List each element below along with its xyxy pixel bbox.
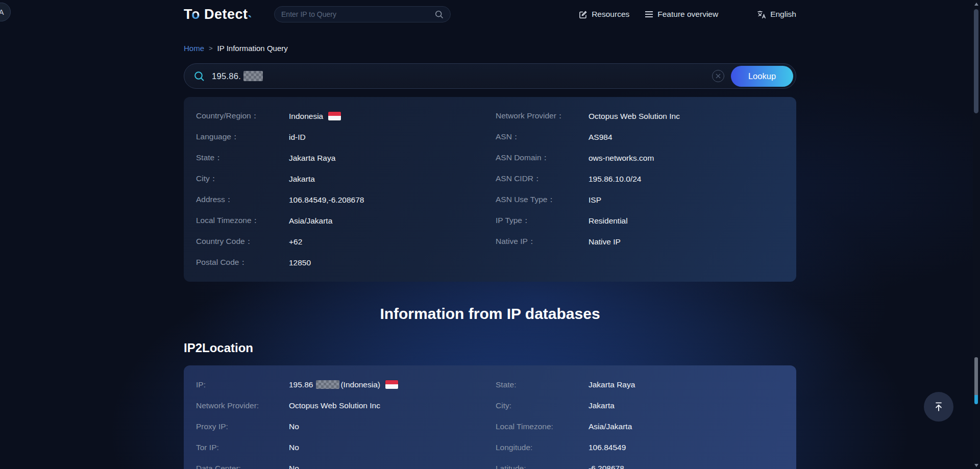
- row-label: Longitude:: [496, 443, 589, 452]
- row-value: -6.208678: [589, 464, 624, 469]
- row-value-text: Asia/Jakarta: [589, 422, 632, 431]
- info-row: Tor IP:No: [196, 437, 484, 458]
- row-label: State：: [196, 153, 289, 163]
- info-row: Longitude:106.84549: [496, 437, 784, 458]
- row-label: Country Code：: [196, 236, 289, 247]
- side-indicator-track: [974, 357, 978, 395]
- row-value-text: Octopus Web Solution Inc: [589, 112, 680, 121]
- row-value-text: No: [289, 443, 299, 452]
- header-search-input[interactable]: Enter IP to Query: [274, 6, 451, 22]
- info-row: Local Timezone:Asia/Jakarta: [496, 416, 784, 437]
- row-value: Jakarta Raya: [589, 380, 635, 389]
- info-row: Latitude:-6.208678: [496, 458, 784, 469]
- ip-search-bar[interactable]: 195.86. Lookup: [184, 63, 796, 89]
- nav-language[interactable]: English: [757, 10, 796, 19]
- row-label: Postal Code：: [196, 257, 289, 268]
- row-value: Octopus Web Solution Inc: [289, 401, 380, 410]
- search-icon: [194, 71, 205, 82]
- indonesia-flag: [328, 112, 341, 120]
- row-value: Jakarta: [289, 175, 315, 184]
- row-value: Asia/Jakarta: [289, 216, 332, 226]
- info-row: City：Jakarta: [196, 168, 484, 189]
- database-title: IP2Location: [184, 341, 796, 355]
- row-label: Tor IP:: [196, 443, 289, 452]
- row-label: Network Provider:: [196, 401, 289, 410]
- info-row: ASN Use Type：ISP: [496, 189, 784, 210]
- info-row: Native IP：Native IP: [496, 231, 784, 252]
- row-label: ASN：: [496, 132, 589, 142]
- breadcrumb-current: IP Information Query: [217, 44, 288, 53]
- info-row: IP:195.86(Indonesia): [196, 374, 484, 395]
- info-row: ASN Domain：ows-networks.com: [496, 147, 784, 168]
- ip2location-right-column: State:Jakarta RayaCity:JakartaLocal Time…: [496, 374, 784, 469]
- info-row: Language：id-ID: [196, 127, 484, 147]
- breadcrumb-home-link[interactable]: Home: [184, 44, 204, 53]
- nav-resources[interactable]: Resources: [579, 10, 629, 19]
- row-label: Native IP：: [496, 236, 589, 247]
- ip2location-card: IP:195.86(Indonesia)Network Provider:Oct…: [184, 365, 796, 469]
- info-row: City:Jakarta: [496, 395, 784, 416]
- row-value: ows-networks.com: [589, 154, 654, 163]
- redacted-ip-segment: [316, 380, 339, 389]
- info-row: ASN CIDR：195.86.10.0/24: [496, 168, 784, 189]
- info-row: Postal Code：12850: [196, 252, 484, 273]
- row-value: Asia/Jakarta: [589, 422, 632, 431]
- row-value: No: [289, 443, 299, 452]
- header-nav: Resources Feature overview English: [579, 10, 796, 19]
- row-label: Local Timezone：: [196, 215, 289, 226]
- row-value-text: Indonesia: [289, 112, 323, 121]
- ip-summary-card: Country/Region：IndonesiaLanguage：id-IDSt…: [184, 97, 796, 282]
- row-value: Octopus Web Solution Inc: [589, 112, 680, 121]
- info-row: Address：106.84549,-6.208678: [196, 189, 484, 210]
- row-value-text: Octopus Web Solution Inc: [289, 401, 380, 410]
- row-label: Data Center:: [196, 464, 289, 469]
- side-indicator-marker: [974, 395, 978, 404]
- logo-accent: ˴: [248, 7, 253, 22]
- row-value-text: Residential: [589, 216, 628, 226]
- row-label: State:: [496, 380, 589, 389]
- info-row: State:Jakarta Raya: [496, 374, 784, 395]
- nav-language-label: English: [770, 10, 796, 19]
- ip-query-value[interactable]: 195.86.: [212, 71, 263, 81]
- row-value-text: No: [289, 422, 299, 431]
- site-header: To Detect˴ Enter IP to Query Resources F…: [0, 0, 980, 29]
- search-icon: [435, 10, 444, 19]
- nav-feature-overview[interactable]: Feature overview: [645, 10, 718, 19]
- row-label: Latitude:: [496, 464, 589, 469]
- translate-icon: [757, 10, 766, 19]
- row-value: ISP: [589, 195, 601, 205]
- row-value-text: -6.208678: [589, 464, 624, 469]
- logo[interactable]: To Detect˴: [184, 7, 253, 22]
- row-value: 106.84549,-6.208678: [289, 195, 364, 205]
- scrollbar-up-arrow[interactable]: [974, 3, 978, 6]
- row-value: Native IP: [589, 237, 621, 246]
- row-value: No: [289, 422, 299, 431]
- row-value-text: Asia/Jakarta: [289, 216, 332, 226]
- ip2location-left-column: IP:195.86(Indonesia)Network Provider:Oct…: [196, 374, 484, 469]
- resources-icon: [579, 10, 587, 19]
- clear-input-button[interactable]: [712, 70, 724, 82]
- row-value-text: Jakarta Raya: [289, 154, 335, 163]
- row-label: Country/Region：: [196, 111, 289, 121]
- row-value-text: Jakarta: [289, 175, 315, 184]
- row-value: No: [289, 464, 299, 469]
- row-value-text: Native IP: [589, 237, 621, 246]
- row-value-text: 12850: [289, 258, 311, 267]
- scrollbar-thumb[interactable]: [974, 9, 978, 113]
- row-label: Address：: [196, 194, 289, 205]
- breadcrumb-separator: >: [209, 44, 213, 52]
- row-value-text: (Indonesia): [340, 380, 380, 389]
- breadcrumb: Home > IP Information Query: [184, 44, 796, 53]
- info-row: Network Provider:Octopus Web Solution In…: [196, 395, 484, 416]
- row-value: Jakarta Raya: [289, 154, 335, 163]
- row-value-text: 106.84549,-6.208678: [289, 195, 364, 205]
- row-label: ASN Domain：: [496, 153, 589, 163]
- scroll-to-top-button[interactable]: [924, 392, 953, 422]
- row-label: IP Type：: [496, 215, 589, 226]
- lookup-button[interactable]: Lookup: [731, 66, 793, 87]
- info-row: Data Center:No: [196, 458, 484, 469]
- info-row: State：Jakarta Raya: [196, 147, 484, 168]
- row-value: 12850: [289, 258, 311, 267]
- scrollbar-down-arrow[interactable]: [974, 464, 978, 467]
- info-row: Country Code：+62: [196, 231, 484, 252]
